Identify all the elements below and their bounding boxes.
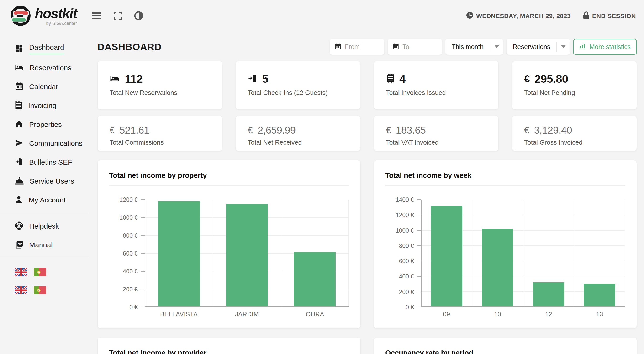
english-flag[interactable]	[15, 286, 27, 294]
brand-byline: by SIGA.center	[46, 21, 77, 26]
sidebar-item-reservations[interactable]: Reservations	[0, 58, 88, 77]
hamburger-icon	[92, 12, 101, 20]
stat-value: 2,659.99	[258, 124, 296, 136]
chart-title: Occupancy rate by period	[385, 349, 625, 354]
chart-card-income-by-property: Total net income by property 0 €200 €400…	[98, 160, 361, 328]
euro-icon: €	[524, 73, 530, 85]
y-axis-tick-label: 800 €	[399, 242, 414, 249]
y-axis-tick-label: 0 €	[406, 304, 414, 311]
date-from-input[interactable]	[345, 43, 378, 51]
fullscreen-icon	[114, 12, 122, 21]
stat-label: Total Net Received	[248, 139, 348, 146]
title-divider	[109, 185, 349, 186]
stat-label: Total Gross Invoiced	[524, 139, 625, 146]
current-date: WEDNESDAY, MARCH 29, 2023	[466, 12, 571, 21]
y-axis-tick	[417, 230, 421, 231]
hostkit-logo-mark-icon	[10, 5, 32, 28]
english-flag[interactable]	[15, 268, 27, 276]
date-to-field[interactable]	[388, 39, 442, 55]
sidebar-item-helpdesk[interactable]: Helpdesk	[0, 217, 88, 235]
category-column	[145, 200, 213, 306]
sidebar-item-bulletins-sef[interactable]: Bulletins SEF	[0, 153, 88, 172]
sidebar-divider	[0, 213, 88, 213]
y-axis-tick-label: 400 €	[123, 268, 138, 275]
fullscreen-button[interactable]	[114, 12, 122, 21]
stat-label: Total New Reservations	[110, 89, 210, 97]
type-select[interactable]: Reservations	[506, 39, 570, 55]
stat-card-check-ins: 5 Total Check-Ins (12 Guests)	[236, 61, 360, 109]
sidebar-item-label: Bulletins SEF	[29, 158, 72, 166]
category-column	[281, 200, 349, 306]
brand-name: hostkit	[35, 7, 77, 20]
sidebar-item-label: Dashboard	[29, 43, 64, 55]
sidebar-item-service-users[interactable]: Service Users	[0, 172, 88, 191]
hostkit-logo[interactable]: hostkit by SIGA.center	[10, 5, 77, 28]
stat-card-commissions: € 521.61 Total Commissions	[98, 116, 222, 151]
bar-13	[584, 284, 615, 306]
bar-09	[431, 206, 462, 306]
sidebar-item-calendar[interactable]: Calendar	[0, 77, 88, 96]
stat-value: 521.61	[119, 124, 149, 136]
date-from-field[interactable]	[330, 39, 384, 55]
chevron-down-icon	[557, 45, 570, 48]
receipt-icon	[15, 101, 22, 110]
calendar-icon	[335, 43, 341, 51]
home-icon	[15, 120, 24, 129]
door-exit-icon	[248, 74, 257, 84]
euro-icon: €	[524, 125, 529, 135]
date-to-input[interactable]	[402, 43, 436, 51]
sidebar-item-dashboard[interactable]: Dashboard	[0, 40, 88, 58]
period-select[interactable]: This month	[446, 39, 503, 55]
menu-toggle-button[interactable]	[92, 12, 101, 20]
clock-icon	[466, 12, 473, 21]
receipt-icon	[386, 74, 394, 84]
door-exit-icon	[15, 157, 24, 167]
current-date-label: WEDNESDAY, MARCH 29, 2023	[476, 13, 571, 20]
portuguese-flag[interactable]	[34, 286, 46, 294]
stat-card-new-reservations: 112 Total New Reservations	[98, 61, 222, 109]
stat-card-net-received: € 2,659.99 Total Net Received	[236, 116, 360, 151]
stat-cards-row-2: € 521.61 Total Commissions € 2,659.99 To…	[98, 116, 637, 151]
bar-chart-income-by-week: 0 €200 €400 €600 €800 €1000 €1200 €1400 …	[385, 200, 625, 318]
bar-chart-income-by-property: 0 €200 €400 €600 €800 €1000 €1200 €BELLA…	[109, 200, 349, 318]
charts-row: Total net income by property 0 €200 €400…	[98, 160, 637, 328]
svg-text:PDF: PDF	[18, 242, 22, 245]
stat-cards-row-1: 112 Total New Reservations 5 Total Check…	[98, 61, 637, 109]
stat-label: Total VAT Invoiced	[386, 139, 486, 146]
stat-label: Total Check-Ins (12 Guests)	[248, 89, 348, 97]
topbar-icon-group	[92, 11, 143, 21]
y-axis-tick-label: 1000 €	[120, 214, 138, 221]
sidebar-item-label: My Account	[29, 196, 66, 204]
y-axis-tick-label: 600 €	[123, 250, 138, 257]
chart-card-income-by-week: Total net income by week 0 €200 €400 €60…	[374, 160, 637, 328]
portuguese-flag[interactable]	[34, 268, 46, 276]
chart-title: Total net income by week	[385, 171, 625, 180]
euro-icon: €	[248, 125, 253, 135]
euro-icon: €	[386, 125, 391, 135]
category-column	[213, 200, 281, 306]
sidebar-item-invoicing[interactable]: Invoicing	[0, 96, 88, 115]
sidebar-item-label: Communications	[29, 139, 82, 147]
sidebar-item-manual[interactable]: PDF Manual	[0, 235, 88, 254]
y-axis-tick-label: 600 €	[399, 258, 414, 265]
bed-icon	[110, 74, 120, 84]
y-axis-tick	[141, 217, 145, 218]
y-axis-tick-label: 200 €	[123, 286, 138, 293]
y-axis-tick-label: 800 €	[123, 232, 138, 239]
person-icon	[15, 195, 23, 205]
sidebar-divider	[0, 258, 88, 258]
filter-bar: This month Reservations	[330, 39, 637, 55]
topbar-right: WEDNESDAY, MARCH 29, 2023 END SESSION	[466, 12, 636, 21]
period-select-value: This month	[446, 43, 490, 51]
category-column	[524, 200, 574, 306]
contrast-toggle-button[interactable]	[134, 11, 143, 21]
sidebar-item-my-account[interactable]: My Account	[0, 191, 88, 209]
sidebar-item-communications[interactable]: Communications	[0, 134, 88, 153]
stat-value: 3,129.40	[534, 124, 572, 136]
end-session-button[interactable]: END SESSION	[583, 12, 636, 21]
sidebar-item-properties[interactable]: Properties	[0, 115, 88, 134]
send-icon	[15, 139, 24, 148]
more-statistics-button[interactable]: More statistics	[573, 39, 637, 55]
calendar-icon	[15, 82, 24, 92]
contrast-icon	[134, 11, 143, 21]
